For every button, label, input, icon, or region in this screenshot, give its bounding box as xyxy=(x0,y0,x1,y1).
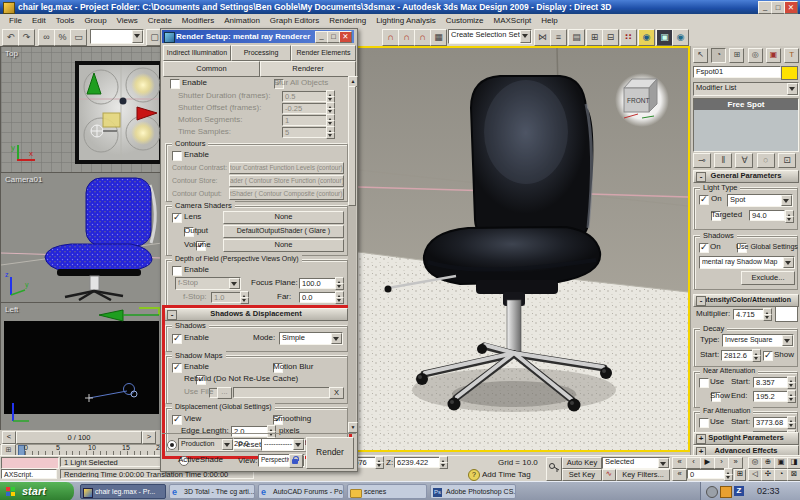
lock-view-button[interactable] xyxy=(289,454,303,468)
tab-render-elements[interactable]: Render Elements xyxy=(291,45,356,61)
far-spinner[interactable] xyxy=(335,291,344,302)
dropdown-arrow-icon[interactable] xyxy=(229,278,240,289)
shadows-on-checkbox[interactable] xyxy=(699,243,709,253)
decay-start-field[interactable]: 2812.6 xyxy=(721,350,755,361)
menu-group[interactable]: Group xyxy=(79,16,111,25)
zoom-icon[interactable]: ◎ xyxy=(748,457,762,469)
dropdown-arrow-icon[interactable] xyxy=(787,83,798,95)
collapse-icon[interactable]: - xyxy=(696,172,706,182)
dropdown-arrow-icon[interactable] xyxy=(132,30,143,43)
preset-dropdown[interactable]: ------------ xyxy=(261,438,305,451)
curve-editor-icon[interactable] xyxy=(586,29,603,46)
modify-tab-icon[interactable] xyxy=(711,48,726,63)
zoom-extents-all-icon[interactable]: ◨ xyxy=(787,457,800,469)
mirror-icon[interactable] xyxy=(534,29,551,46)
z-spinner[interactable] xyxy=(439,456,448,467)
fov-icon[interactable]: ◁ xyxy=(748,469,762,481)
shutter-offset-field[interactable]: -0.25 xyxy=(282,103,328,114)
viewport-left[interactable]: Left xyxy=(0,302,165,432)
contour-store-button[interactable]: ader ( Contour Store Function (contour) … xyxy=(229,175,344,187)
macro-recorder[interactable] xyxy=(1,457,59,469)
light-on-checkbox[interactable] xyxy=(699,195,709,205)
fstop-field[interactable]: 1.0 xyxy=(211,292,243,303)
task-3dtotal[interactable]: e 3D Total - The cg arti... xyxy=(169,484,255,499)
align-icon[interactable] xyxy=(550,29,567,46)
viewport-top[interactable]: Top y x xyxy=(0,46,165,174)
render-setup-icon[interactable] xyxy=(638,29,655,46)
hierarchy-tab-icon[interactable] xyxy=(729,48,744,63)
near-start-field[interactable]: 8.357 xyxy=(753,377,789,388)
menu-rendering[interactable]: Rendering xyxy=(324,16,371,25)
prev-frame-icon[interactable]: ‹ xyxy=(686,457,701,469)
maximize-button[interactable]: □ xyxy=(771,1,785,14)
dropdown-arrow-icon[interactable] xyxy=(293,439,304,450)
utilities-tab-icon[interactable] xyxy=(784,48,799,63)
go-start2-icon[interactable]: « xyxy=(672,469,687,481)
lens-shader-button[interactable]: None xyxy=(223,211,344,224)
viewcube-front-label[interactable]: FRONT xyxy=(627,97,649,104)
tray-icon-1[interactable] xyxy=(706,486,718,498)
rendered-frame-icon[interactable] xyxy=(656,29,673,46)
select-link-icon[interactable] xyxy=(38,29,55,46)
spotlight-parameters-rollout[interactable]: +Spotlight Parameters xyxy=(693,432,799,445)
near-use-checkbox[interactable] xyxy=(699,378,709,388)
menu-customize[interactable]: Customize xyxy=(441,16,489,25)
tab-common[interactable]: Common xyxy=(163,61,260,77)
window-titlebar[interactable]: chair leg.max - Project Folder: C:\Docum… xyxy=(0,0,800,14)
maxscript-listener[interactable]: AXScript. xyxy=(1,469,57,479)
shadows-enable-checkbox[interactable] xyxy=(172,334,182,344)
dialog-titlebar[interactable]: Render Setup: mental ray Renderer _ □ ✕ xyxy=(162,30,354,43)
shadow-maps-enable-checkbox[interactable] xyxy=(172,363,182,373)
dropdown-arrow-icon[interactable] xyxy=(331,333,342,344)
menu-animation[interactable]: Animation xyxy=(219,16,265,25)
general-parameters-rollout[interactable]: -General Parameters xyxy=(693,170,799,183)
zoom-extents-icon[interactable]: ▣ xyxy=(774,457,788,469)
motion-tab-icon[interactable] xyxy=(748,48,763,63)
production-dropdown[interactable]: Production xyxy=(178,438,234,451)
quick-render-icon[interactable] xyxy=(672,29,689,46)
shadows-mode-dropdown[interactable]: Simple xyxy=(279,332,343,345)
tray-icon-2[interactable] xyxy=(720,486,732,498)
viewport-top-label[interactable]: Top xyxy=(5,49,18,58)
time-samples-field[interactable]: 5 xyxy=(282,127,328,138)
pan-icon[interactable]: ✣ xyxy=(761,469,775,481)
contour-contrast-button[interactable]: tour Contrast Function Levels (contour) … xyxy=(229,162,344,174)
task-chairlegmax[interactable]: chair leg.max - Pr... xyxy=(80,484,166,499)
volume-shader-button[interactable]: None xyxy=(223,239,344,252)
create-tab-icon[interactable] xyxy=(693,48,708,63)
viewport-left-label[interactable]: Left xyxy=(5,305,18,314)
menu-graph-editors[interactable]: Graph Editors xyxy=(265,16,324,25)
shadows-displacement-rollout[interactable]: -Shadows & Displacement xyxy=(164,308,348,321)
configure-sets-icon[interactable] xyxy=(778,153,796,168)
near-end-spinner[interactable] xyxy=(787,390,796,401)
shadow-map-file-field[interactable] xyxy=(233,387,331,398)
render-button[interactable]: Render xyxy=(306,437,354,469)
start-button[interactable]: start xyxy=(0,482,74,500)
percent-snap-icon[interactable] xyxy=(414,29,431,46)
menu-views[interactable]: Views xyxy=(112,16,143,25)
current-frame-field[interactable]: 0 xyxy=(687,469,727,479)
make-unique-icon[interactable] xyxy=(735,153,753,168)
menu-tools[interactable]: Tools xyxy=(51,16,80,25)
filter-color-swatch[interactable] xyxy=(775,306,798,322)
scroll-down-icon[interactable]: ▼ xyxy=(348,422,358,433)
frame-spinner[interactable] xyxy=(724,468,733,479)
collapse-icon[interactable]: - xyxy=(696,296,706,306)
layers-icon[interactable] xyxy=(568,29,585,46)
dropdown-arrow-icon[interactable] xyxy=(782,335,793,346)
far-start-field[interactable]: 3773.68 xyxy=(753,417,789,428)
browse-file-button[interactable]: ... xyxy=(217,387,232,399)
dropdown-arrow-icon[interactable] xyxy=(783,257,794,268)
menu-file[interactable]: File xyxy=(4,16,27,25)
far-field[interactable]: 0.0 xyxy=(299,292,337,303)
set-key-mode-icon[interactable] xyxy=(546,457,562,481)
focus-plane-field[interactable]: 100.0 xyxy=(299,278,337,289)
light-type-dropdown[interactable]: Spot xyxy=(727,194,793,207)
production-radio[interactable] xyxy=(167,440,177,450)
selection-set-dropdown[interactable]: Create Selection Set xyxy=(448,29,532,44)
time-samples-spinner[interactable] xyxy=(326,126,335,137)
motion-segments-field[interactable]: 1 xyxy=(282,115,328,126)
minimize-button[interactable]: _ xyxy=(758,1,772,14)
menu-modifiers[interactable]: Modifiers xyxy=(177,16,219,25)
new-key-filter-icon[interactable]: ∿ xyxy=(602,469,616,481)
